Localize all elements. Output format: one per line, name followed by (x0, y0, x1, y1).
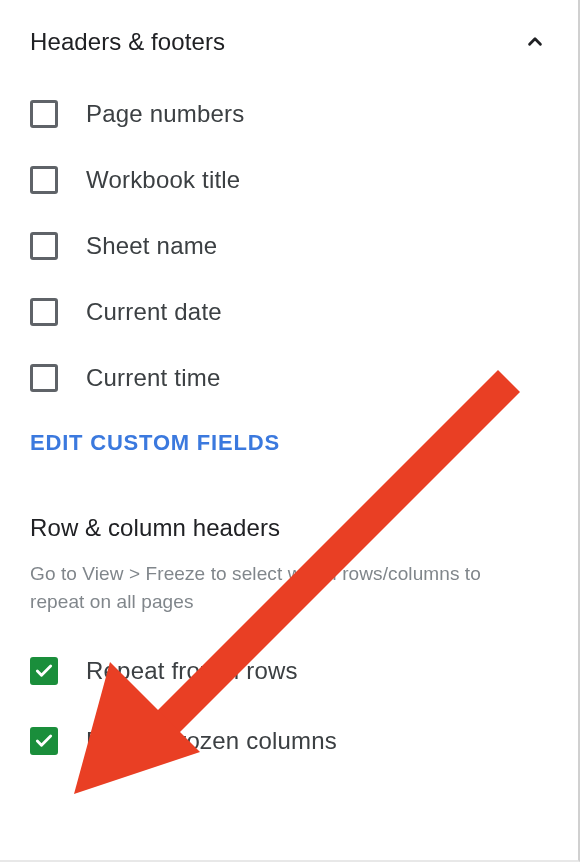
repeat-frozen-rows-option[interactable]: Repeat frozen rows (30, 657, 548, 685)
page-numbers-label: Page numbers (86, 100, 245, 128)
repeat-frozen-columns-label: Repeat frozen columns (86, 727, 337, 755)
print-settings-panel: Headers & footers Page numbers Workbook … (0, 0, 580, 862)
sheet-name-label: Sheet name (86, 232, 217, 260)
edit-custom-fields-link[interactable]: EDIT CUSTOM FIELDS (30, 430, 548, 456)
current-date-option[interactable]: Current date (30, 298, 548, 326)
repeat-frozen-rows-checkbox[interactable] (30, 657, 58, 685)
current-date-label: Current date (86, 298, 222, 326)
headers-footers-header[interactable]: Headers & footers (30, 28, 548, 56)
page-numbers-option[interactable]: Page numbers (30, 100, 548, 128)
page-numbers-checkbox[interactable] (30, 100, 58, 128)
row-col-headers-options: Repeat frozen rows Repeat frozen columns (30, 657, 548, 755)
row-col-headers-title: Row & column headers (30, 514, 548, 542)
headers-footers-title: Headers & footers (30, 28, 225, 56)
workbook-title-checkbox[interactable] (30, 166, 58, 194)
current-time-option[interactable]: Current time (30, 364, 548, 392)
workbook-title-option[interactable]: Workbook title (30, 166, 548, 194)
current-time-label: Current time (86, 364, 220, 392)
current-date-checkbox[interactable] (30, 298, 58, 326)
repeat-frozen-columns-checkbox[interactable] (30, 727, 58, 755)
workbook-title-label: Workbook title (86, 166, 240, 194)
sheet-name-option[interactable]: Sheet name (30, 232, 548, 260)
current-time-checkbox[interactable] (30, 364, 58, 392)
repeat-frozen-columns-option[interactable]: Repeat frozen columns (30, 727, 548, 755)
repeat-frozen-rows-label: Repeat frozen rows (86, 657, 298, 685)
sheet-name-checkbox[interactable] (30, 232, 58, 260)
chevron-up-icon (522, 29, 548, 55)
headers-footers-options: Page numbers Workbook title Sheet name C… (30, 100, 548, 392)
row-col-headers-hint: Go to View > Freeze to select which rows… (30, 560, 540, 615)
